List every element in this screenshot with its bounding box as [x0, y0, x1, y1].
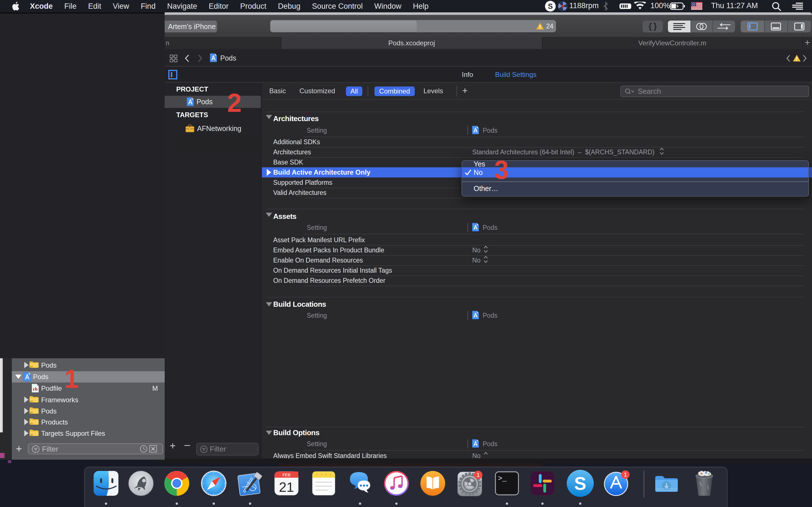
- svg-text:21: 21: [279, 480, 294, 495]
- svg-text:1: 1: [476, 471, 480, 478]
- svg-text:S: S: [548, 2, 553, 10]
- svg-text:FEB: FEB: [282, 472, 290, 477]
- svg-text:rb: rb: [33, 386, 38, 392]
- svg-text:1: 1: [624, 471, 627, 478]
- svg-text:S: S: [574, 473, 586, 494]
- svg-text:>_: >_: [498, 474, 507, 483]
